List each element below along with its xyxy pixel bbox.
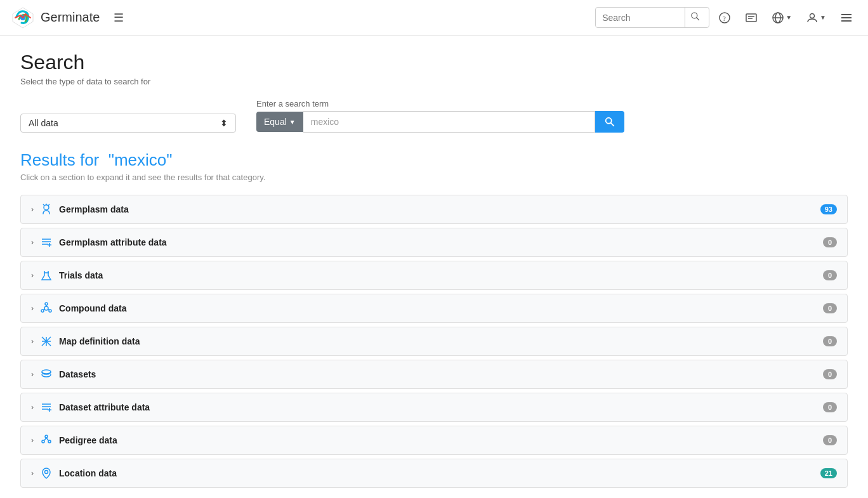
accordion-icon-map	[40, 335, 53, 348]
user-button[interactable]: ▼	[801, 8, 831, 28]
accordion-item-map[interactable]: › Map definition data 0	[20, 327, 848, 356]
accordion-label-dataset-attr: Dataset attribute data	[59, 402, 817, 412]
accordion-label-pedigree: Pedigree data	[59, 435, 817, 445]
hamburger-button[interactable]: ☰	[110, 7, 128, 29]
language-chevron: ▼	[786, 14, 792, 21]
help-button[interactable]: ?	[713, 8, 736, 28]
equal-button[interactable]: Equal ▼	[256, 112, 303, 132]
main-content: Search Select the type of data to search…	[0, 36, 868, 498]
accordion-badge-compound: 0	[823, 303, 837, 313]
navbar-search-button[interactable]	[685, 8, 706, 27]
equal-chevron: ▼	[289, 119, 296, 126]
accordion-label-germplasm: Germplasm data	[59, 204, 814, 214]
accordion-header-compound[interactable]: › Compound data 0	[21, 294, 847, 322]
navbar-search-input[interactable]	[596, 9, 685, 27]
svg-line-33	[48, 309, 49, 310]
svg-point-18	[44, 205, 49, 210]
accordion-item-germplasm-attr[interactable]: › Germplasm attribute data 0	[20, 228, 848, 257]
accordion-icon-pedigree	[40, 434, 53, 447]
accordion-badge-datasets: 0	[823, 369, 837, 379]
svg-rect-15	[841, 20, 852, 22]
accordion-header-germplasm-attr[interactable]: › Germplasm attribute data 0	[21, 228, 847, 256]
accordion-header-location[interactable]: › Location data 21	[21, 459, 847, 487]
svg-point-46	[42, 440, 44, 443]
accordion-icon-compound	[40, 302, 53, 315]
navbar-right: ? ▼ ▼	[595, 7, 858, 28]
svg-point-45	[45, 435, 48, 438]
accordion-item-germplasm[interactable]: › Germplasm data 93	[20, 195, 848, 224]
accordion-label-datasets: Datasets	[59, 369, 817, 379]
accordion-badge-location: 21	[820, 468, 837, 478]
accordion-icon-datasets	[40, 368, 53, 381]
accordion-header-map[interactable]: › Map definition data 0	[21, 327, 847, 355]
svg-point-47	[48, 440, 51, 443]
search-submit-icon	[604, 116, 615, 128]
app-logo	[10, 5, 36, 30]
news-button[interactable]	[740, 8, 763, 28]
accordion-badge-germplasm: 93	[820, 204, 837, 214]
accordion-label-map: Map definition data	[59, 336, 817, 346]
accordion-icon-dataset-attr	[40, 401, 53, 414]
accordion-chevron-germplasm: ›	[31, 205, 34, 214]
accordion-item-datasets[interactable]: › Datasets 0	[20, 360, 848, 389]
data-type-value: All data	[29, 118, 58, 128]
results-prefix: Results for	[20, 150, 99, 169]
data-type-select[interactable]: All data ⬍	[20, 114, 236, 133]
search-term-input[interactable]	[303, 111, 595, 133]
accordion-icon-location	[40, 467, 53, 480]
menu-button[interactable]	[835, 8, 858, 28]
language-button[interactable]: ▼	[766, 8, 797, 28]
select-label: Select the type of data to search for	[20, 77, 848, 86]
navbar-search-icon	[690, 11, 700, 22]
svg-point-12	[810, 13, 815, 18]
svg-point-31	[41, 310, 44, 312]
accordion-label-compound: Compound data	[59, 303, 817, 313]
search-submit-button[interactable]	[595, 111, 624, 133]
accordion-chevron-pedigree: ›	[31, 436, 34, 445]
accordion-item-compound[interactable]: › Compound data 0	[20, 294, 848, 323]
language-icon	[772, 11, 784, 24]
search-form: All data ⬍ Enter a search term Equal ▼	[20, 99, 848, 133]
results-query: "mexico"	[109, 150, 173, 169]
svg-point-30	[49, 310, 51, 312]
accordion-header-datasets[interactable]: › Datasets 0	[21, 360, 847, 388]
accordion-item-location[interactable]: › Location data 21	[20, 459, 848, 488]
help-icon: ?	[718, 11, 731, 24]
accordion-icon-germplasm-attr	[40, 236, 53, 249]
accordion-chevron-trials: ›	[31, 271, 34, 280]
page-title: Search	[20, 51, 848, 74]
accordion-badge-germplasm-attr: 0	[823, 237, 837, 247]
svg-line-49	[46, 438, 48, 440]
accordion-container: › Germplasm data 93 › Germplasm attribut…	[20, 195, 848, 488]
accordion-icon-trials	[40, 269, 53, 282]
accordion-header-dataset-attr[interactable]: › Dataset attribute data 0	[21, 393, 847, 421]
navbar-search-bar	[595, 7, 709, 28]
search-term-label: Enter a search term	[256, 99, 624, 108]
results-heading: Results for "mexico"	[20, 150, 848, 170]
accordion-header-germplasm[interactable]: › Germplasm data 93	[21, 195, 847, 223]
accordion-badge-pedigree: 0	[823, 435, 837, 445]
data-type-chevron: ⬍	[220, 118, 228, 128]
svg-point-29	[45, 303, 48, 305]
navbar: Germinate ☰ ?	[0, 0, 868, 36]
accordion-item-trials[interactable]: › Trials data 0	[20, 261, 848, 290]
user-icon	[806, 11, 819, 24]
accordion-chevron-germplasm-attr: ›	[31, 238, 34, 247]
accordion-chevron-location: ›	[31, 469, 34, 478]
accordion-label-trials: Trials data	[59, 270, 817, 280]
menu-icon	[840, 11, 853, 24]
svg-rect-13	[841, 14, 852, 15]
accordion-item-pedigree[interactable]: › Pedigree data 0	[20, 426, 848, 455]
search-term-group: Enter a search term Equal ▼	[256, 99, 624, 133]
svg-line-17	[611, 123, 614, 126]
svg-point-50	[45, 471, 48, 474]
svg-text:?: ?	[723, 14, 726, 22]
accordion-item-dataset-attr[interactable]: › Dataset attribute data 0	[20, 393, 848, 422]
data-type-group: All data ⬍	[20, 114, 236, 133]
brand-logo[interactable]: Germinate	[10, 5, 100, 30]
accordion-chevron-dataset-attr: ›	[31, 403, 34, 412]
accordion-header-trials[interactable]: › Trials data 0	[21, 261, 847, 289]
accordion-header-pedigree[interactable]: › Pedigree data 0	[21, 426, 847, 454]
svg-point-28	[44, 306, 48, 310]
accordion-label-location: Location data	[59, 468, 814, 478]
